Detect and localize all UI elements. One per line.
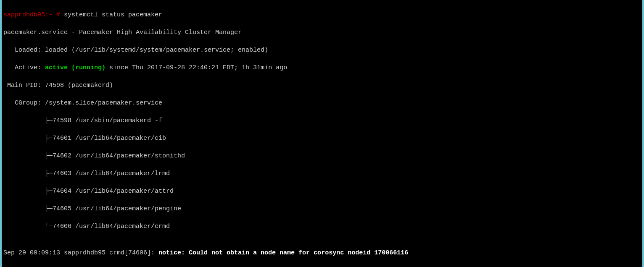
command-line: sapprdhdb95:~ # systemctl status pacemak… xyxy=(3,10,641,19)
mainpid-line: Main PID: 74598 (pacemakerd) xyxy=(3,81,641,90)
tree-line: ├─74604 /usr/lib64/pacemaker/attrd xyxy=(3,187,641,196)
tree-line: ├─74605 /usr/lib64/pacemaker/pengine xyxy=(3,204,641,213)
tree-line: ├─74603 /usr/lib64/pacemaker/lrmd xyxy=(3,169,641,178)
unit-line: pacemaker.service - Pacemaker High Avail… xyxy=(3,28,641,37)
tree-line: └─74606 /usr/lib64/pacemaker/crmd xyxy=(3,222,641,231)
cgroup-line: CGroup: /system.slice/pacemaker.service xyxy=(3,99,641,107)
loaded-line: Loaded: loaded (/usr/lib/systemd/system/… xyxy=(3,46,641,55)
terminal-output[interactable]: sapprdhdb95:~ # systemctl status pacemak… xyxy=(2,0,642,267)
active-status: active (running) xyxy=(45,64,106,71)
command-text: systemctl status pacemaker xyxy=(60,11,162,18)
tree-line: ├─74598 /usr/sbin/pacemakerd -f xyxy=(3,116,641,125)
active-line: Active: active (running) since Thu 2017-… xyxy=(3,63,641,72)
tree-line: ├─74602 /usr/lib64/pacemaker/stonithd xyxy=(3,152,641,160)
log-line: Sep 29 00:09:13 sapprdhdb95 crmd[74606]:… xyxy=(3,249,641,257)
prompt-host: sapprdhdb95:~ xyxy=(3,11,53,18)
prompt-hash: # xyxy=(53,11,60,18)
tree-line: ├─74601 /usr/lib64/pacemaker/cib xyxy=(3,134,641,143)
